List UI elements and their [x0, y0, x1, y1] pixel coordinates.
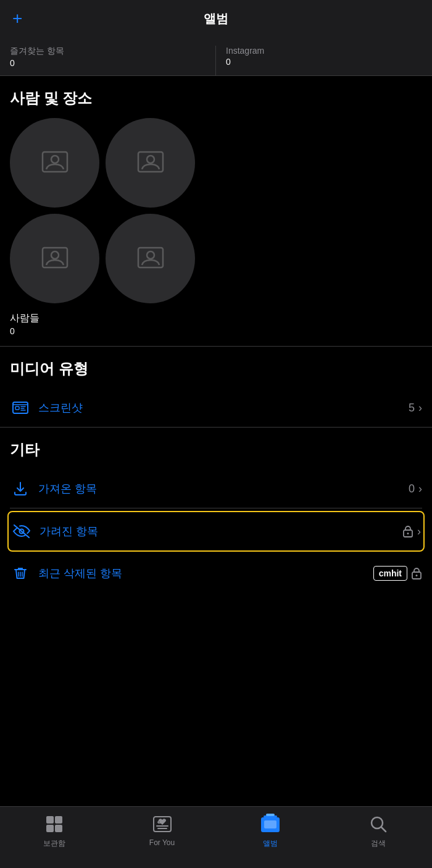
favorites-row: 즐겨찾는 항목 0 Instagram 0 [0, 37, 432, 76]
person-icon-3 [39, 243, 71, 275]
header: + 앨범 [0, 0, 432, 37]
tab-bar: 보관함 For You 앨범 [0, 806, 432, 868]
search-icon [367, 813, 389, 835]
deleted-lock-icon [411, 567, 422, 580]
page-title: 앨범 [204, 11, 228, 27]
screenshots-label: 스크린샷 [38, 400, 409, 415]
screenshot-icon [10, 397, 31, 418]
people-section-title: 사람 및 장소 [10, 88, 422, 108]
svg-point-1 [51, 156, 59, 163]
svg-point-12 [407, 533, 409, 534]
for-you-tab-label: For You [149, 838, 175, 847]
trash-icon [10, 563, 31, 584]
add-button[interactable]: + [12, 10, 22, 27]
screenshots-right: 5 › [409, 402, 422, 415]
other-section-title: 기타 [10, 440, 422, 460]
svg-rect-17 [46, 825, 54, 832]
favorites-item-instagram[interactable]: Instagram 0 [216, 46, 422, 75]
people-section: 사람 및 장소 [0, 76, 432, 336]
svg-rect-16 [55, 816, 62, 824]
import-icon [10, 478, 31, 499]
person-circle-2[interactable] [106, 118, 195, 208]
svg-rect-9 [15, 407, 19, 410]
svg-point-7 [147, 251, 154, 259]
hidden-chevron: › [417, 525, 421, 538]
person-icon-2 [135, 147, 167, 179]
library-icon [43, 813, 65, 835]
deleted-right: cmhit [373, 566, 422, 581]
svg-point-5 [51, 251, 59, 259]
person-circle-1[interactable] [10, 118, 99, 208]
svg-point-14 [416, 575, 418, 576]
hidden-label: 가려진 항목 [39, 524, 402, 539]
svg-point-3 [147, 156, 154, 163]
people-label: 사람들 [10, 312, 422, 325]
favorites-item-favorites[interactable]: 즐겨찾는 항목 0 [10, 46, 216, 75]
tab-for-you[interactable]: For You [138, 813, 187, 847]
screenshots-count: 5 [409, 402, 415, 415]
person-icon-4 [135, 243, 167, 275]
instagram-count: 0 [226, 57, 422, 67]
media-section: 미디어 유형 스크린샷 5 › [0, 347, 432, 427]
screenshots-chevron: › [418, 402, 422, 415]
library-tab-label: 보관함 [43, 838, 65, 849]
imported-count: 0 [409, 482, 415, 495]
people-count: 0 [10, 326, 422, 336]
svg-rect-20 [156, 825, 168, 827]
search-tab-label: 검색 [371, 838, 386, 849]
person-icon-1 [39, 147, 71, 179]
svg-rect-21 [157, 828, 167, 829]
albums-tab-label: 앨범 [263, 838, 278, 849]
watermark-badge: cmhit [373, 566, 407, 581]
people-grid [10, 118, 422, 303]
imported-chevron: › [418, 482, 422, 495]
tab-library[interactable]: 보관함 [30, 813, 79, 849]
instagram-label: Instagram [226, 46, 422, 56]
svg-rect-15 [46, 816, 54, 824]
svg-rect-25 [264, 820, 276, 828]
favorites-label: 즐겨찾는 항목 [10, 46, 206, 57]
list-item-hidden[interactable]: 가려진 항목 › [11, 512, 421, 550]
lock-icon [402, 525, 413, 538]
svg-rect-18 [55, 825, 62, 832]
tab-search[interactable]: 검색 [354, 813, 403, 849]
person-circle-3[interactable] [10, 214, 99, 303]
imported-label: 가져온 항목 [38, 481, 409, 496]
hidden-icon [11, 521, 32, 542]
other-section: 기타 가져온 항목 0 › 가려진 항목 [0, 428, 432, 592]
media-section-title: 미디어 유형 [10, 359, 422, 379]
hidden-item-highlight: 가려진 항목 › [7, 511, 425, 552]
deleted-label: 최근 삭제된 항목 [38, 566, 373, 581]
person-circle-4[interactable] [106, 214, 195, 303]
list-item-screenshots[interactable]: 스크린샷 5 › [10, 389, 422, 427]
tab-albums[interactable]: 앨범 [246, 813, 295, 849]
list-item-imported[interactable]: 가져온 항목 0 › [10, 470, 422, 508]
imported-right: 0 › [409, 482, 422, 495]
for-you-icon [151, 813, 173, 835]
albums-icon [259, 813, 281, 835]
list-item-deleted[interactable]: 최근 삭제된 항목 cmhit [10, 554, 422, 592]
favorites-count: 0 [10, 58, 206, 68]
hidden-right: › [402, 525, 421, 538]
svg-rect-24 [266, 814, 275, 816]
